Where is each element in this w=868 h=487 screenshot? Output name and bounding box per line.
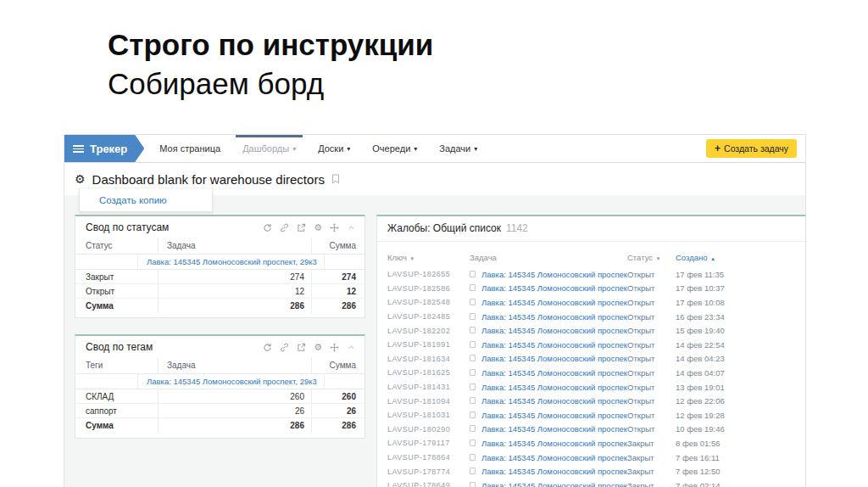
issue-key[interactable]: LAVSUP-182202 xyxy=(387,327,470,335)
issue-row: LAVSUP-182655 Лавка: 145345 Ломоносовски… xyxy=(377,267,806,282)
nav-item-boards[interactable]: Доски ▾ xyxy=(318,135,350,162)
issue-key[interactable]: LAVSUP-181431 xyxy=(387,383,470,391)
issue-task-link[interactable]: Лавка: 145345 Ломоносовский проспект, 29… xyxy=(481,283,627,293)
nav-item-dashboards[interactable]: Дашборды ▾ xyxy=(242,135,296,162)
filter-link[interactable]: Лавка: 145345 Ломоносовский проспект, 29… xyxy=(147,377,317,386)
issue-task-link[interactable]: Лавка: 145345 Ломоносовский проспект, 29… xyxy=(481,424,627,434)
issue-key[interactable]: LAVSUP-179117 xyxy=(387,439,470,447)
issue-key[interactable]: LAVSUP-181625 xyxy=(387,368,470,377)
issue-status: Открыт xyxy=(627,298,676,307)
refresh-icon[interactable] xyxy=(263,223,272,232)
issue-task-link[interactable]: Лавка: 145345 Ломоносовский проспект, 29… xyxy=(481,312,627,322)
bookmark-icon[interactable] xyxy=(470,397,476,404)
plus-icon: + xyxy=(715,143,721,154)
issue-key[interactable]: LAVSUP-182485 xyxy=(387,312,470,321)
widget-gear-icon[interactable]: ⚙ xyxy=(314,223,322,232)
bookmark-cell xyxy=(470,481,481,487)
nav-item-my-page[interactable]: Моя страница xyxy=(159,135,220,162)
bookmark-icon[interactable] xyxy=(470,467,476,474)
bookmark-icon[interactable] xyxy=(470,439,476,446)
bookmark-icon[interactable] xyxy=(470,271,476,277)
column-header-created[interactable]: Создано ▴ xyxy=(676,253,806,262)
task-count: 260 xyxy=(159,389,312,403)
tracker-logo[interactable]: Трекер xyxy=(64,135,144,162)
table-row: Сумма 286 286 xyxy=(75,299,364,313)
issue-key[interactable]: LAVSUP-178774 xyxy=(387,467,470,476)
gear-icon[interactable]: ⚙ xyxy=(75,173,86,185)
issue-key[interactable]: LAVSUP-182548 xyxy=(387,298,470,306)
bookmark-icon[interactable] xyxy=(470,299,476,305)
issue-key[interactable]: LAVSUP-181094 xyxy=(387,397,470,406)
link-icon[interactable] xyxy=(280,223,289,232)
bookmark-icon[interactable] xyxy=(470,383,476,390)
column-header-status[interactable]: Статус ▾ xyxy=(627,253,676,262)
issue-task-link[interactable]: Лавка: 145345 Ломоносовский проспект, 29… xyxy=(481,354,627,363)
issue-task-link[interactable]: Лавка: 145345 Ломоносовский проспект, 29… xyxy=(481,326,627,335)
bookmark-icon[interactable] xyxy=(470,411,476,418)
bookmark-icon[interactable] xyxy=(470,355,476,361)
column-header: Сумма xyxy=(312,238,364,254)
collapse-icon[interactable] xyxy=(347,223,356,232)
sum-value: 26 xyxy=(312,404,364,417)
nav-item-issues[interactable]: Задачи ▾ xyxy=(439,135,477,162)
issue-key[interactable]: LAVSUP-181634 xyxy=(387,355,470,363)
open-in-new-icon[interactable] xyxy=(297,223,306,232)
task-count: 286 xyxy=(159,299,312,313)
hamburger-menu-icon[interactable] xyxy=(73,145,84,153)
table-filter-row: Лавка: 145345 Ломоносовский проспект, 29… xyxy=(75,255,364,270)
table-row: саппорт 26 26 xyxy=(75,404,364,418)
column-header: Задача xyxy=(159,357,312,373)
issue-task-link[interactable]: Лавка: 145345 Ломоносовский проспект, 29… xyxy=(481,270,627,279)
issue-task-link[interactable]: Лавка: 145345 Ломоносовский проспект, 29… xyxy=(481,298,627,307)
issue-created: 12 фев 19:28 xyxy=(676,411,806,420)
create-issue-button[interactable]: + Создать задачу xyxy=(706,139,797,158)
bookmark-icon[interactable] xyxy=(470,482,476,487)
issue-row: LAVSUP-182202 Лавка: 145345 Ломоносовски… xyxy=(377,323,806,338)
issue-key[interactable]: LAVSUP-178864 xyxy=(387,453,470,462)
bookmark-icon[interactable] xyxy=(331,174,340,184)
column-header-key[interactable]: Ключ ▾ xyxy=(387,253,470,262)
task-count: 12 xyxy=(159,284,312,298)
nav-item-queues[interactable]: Очереди ▾ xyxy=(372,135,417,162)
issue-key[interactable]: LAVSUP-182586 xyxy=(387,284,470,293)
bookmark-icon[interactable] xyxy=(470,313,476,320)
bookmark-icon[interactable] xyxy=(470,341,476,348)
issue-task-link[interactable]: Лавка: 145345 Ломоносовский проспект, 29… xyxy=(481,467,627,476)
issue-task-link[interactable]: Лавка: 145345 Ломоносовский проспект, 29… xyxy=(481,396,627,406)
link-icon[interactable] xyxy=(280,343,289,352)
issue-task-link[interactable]: Лавка: 145345 Ломоносовский проспект, 29… xyxy=(481,439,627,448)
issue-task-link[interactable]: Лавка: 145345 Ломоносовский проспект, 29… xyxy=(481,481,627,487)
issue-key[interactable]: LAVSUP-178649 xyxy=(387,481,470,487)
move-icon[interactable] xyxy=(330,343,339,352)
issue-key[interactable]: LAVSUP-180290 xyxy=(387,425,470,434)
issue-task-link[interactable]: Лавка: 145345 Ломоносовский проспект, 29… xyxy=(481,453,627,462)
status-summary-rows: Закрыт 274 274 Открыт 12 12 Сумма 286 28… xyxy=(75,270,364,313)
tracker-screenshot: Трекер Моя страница Дашборды ▾ Доски ▾ О… xyxy=(64,134,806,487)
widget-gear-icon[interactable]: ⚙ xyxy=(314,343,322,352)
issue-task-link[interactable]: Лавка: 145345 Ломоносовский проспект, 29… xyxy=(481,411,627,420)
bookmark-icon[interactable] xyxy=(470,327,476,333)
widget-tags-summary: Свод по тегам ⚙ Теги Задача Сумма xyxy=(75,334,365,439)
issue-task-link[interactable]: Лавка: 145345 Ломоносовский проспект, 29… xyxy=(481,383,627,392)
menu-item-create-copy[interactable]: Создать копию xyxy=(99,195,167,205)
chevron-down-icon: ▾ xyxy=(292,145,296,153)
issue-key[interactable]: LAVSUP-181031 xyxy=(387,411,470,419)
issue-key[interactable]: LAVSUP-182655 xyxy=(387,270,470,278)
bookmark-icon[interactable] xyxy=(470,425,476,432)
bookmark-icon[interactable] xyxy=(470,369,476,376)
bookmark-icon[interactable] xyxy=(470,284,476,291)
filter-link[interactable]: Лавка: 145345 Ломоносовский проспект, 29… xyxy=(147,257,317,266)
refresh-icon[interactable] xyxy=(263,343,272,352)
issue-status: Открыт xyxy=(627,270,676,279)
sum-value: 12 xyxy=(312,284,364,298)
dashboard-menu-dropdown: Создать копию xyxy=(79,188,213,212)
bookmark-icon[interactable] xyxy=(470,454,476,461)
widget-title: Жалобы: Общий список xyxy=(387,222,501,234)
issue-key[interactable]: LAVSUP-181891 xyxy=(387,340,470,349)
move-icon[interactable] xyxy=(330,223,339,232)
issue-task-link[interactable]: Лавка: 145345 Ломоносовский проспект, 29… xyxy=(481,340,627,350)
sum-value: 260 xyxy=(312,389,364,403)
collapse-icon[interactable] xyxy=(347,343,356,352)
issue-task-link[interactable]: Лавка: 145345 Ломоносовский проспект, 29… xyxy=(481,368,627,378)
open-in-new-icon[interactable] xyxy=(297,343,306,352)
